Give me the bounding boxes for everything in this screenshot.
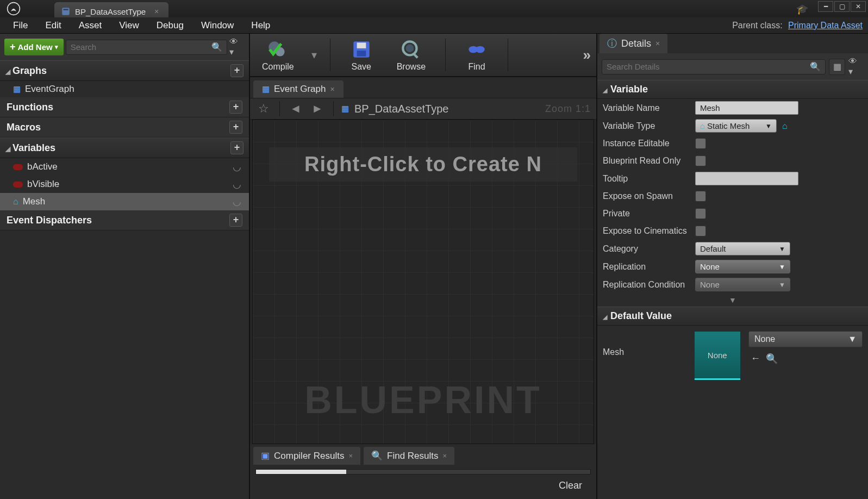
graph-canvas[interactable]: Right-Click to Create N BLUEPRINT (252, 120, 594, 444)
save-button[interactable]: Save (344, 36, 379, 74)
var-name-label: Variable Name (603, 103, 695, 113)
browse-icon (399, 38, 422, 61)
visibility-icon[interactable]: ◡ (233, 196, 241, 208)
bp-readonly-label: Blueprint Read Only (603, 156, 695, 166)
tutorial-icon[interactable]: 🎓 (796, 3, 808, 15)
details-search-input[interactable] (607, 62, 810, 71)
blueprint-search[interactable]: 🔍 (66, 40, 227, 55)
instance-editable-checkbox[interactable] (695, 138, 706, 149)
add-variable-button[interactable]: + (230, 141, 243, 154)
tooltip-input[interactable] (695, 172, 798, 185)
close-icon[interactable]: × (348, 452, 353, 460)
search-icon: 🔍 (211, 42, 222, 52)
event-graph-tab[interactable]: ▦ Event Graph × (253, 80, 344, 98)
view-options-icon[interactable]: 👁 ▾ (229, 37, 245, 57)
add-new-button[interactable]: Add New ▾ (4, 39, 64, 55)
close-icon[interactable]: × (330, 85, 334, 93)
close-icon[interactable]: × (154, 7, 159, 16)
replication-dropdown[interactable]: None▼ (695, 260, 790, 273)
bp-readonly-checkbox[interactable] (695, 155, 706, 166)
macros-header[interactable]: Macros + (0, 117, 249, 138)
visibility-icon[interactable]: ◡ (233, 161, 241, 173)
object-icon[interactable]: ⌂ (782, 121, 788, 131)
menu-file[interactable]: File (5, 18, 35, 33)
category-dropdown[interactable]: Default▼ (695, 242, 790, 255)
clear-button[interactable]: Clear (255, 475, 591, 494)
variable-category-header[interactable]: Variable (597, 80, 868, 99)
center-panel: Compile ▾ Save Browse Find » ▦ Ev (250, 34, 596, 499)
menu-help[interactable]: Help (243, 18, 278, 33)
category-label: Category (603, 244, 695, 254)
menu-window[interactable]: Window (193, 18, 241, 33)
expand-icon[interactable]: ▼ (597, 294, 868, 307)
private-label: Private (603, 209, 695, 219)
maximize-button[interactable]: ▢ (834, 1, 850, 12)
menu-edit[interactable]: Edit (38, 18, 68, 33)
find-icon (465, 38, 488, 61)
compile-dropdown-icon[interactable]: ▾ (311, 48, 317, 61)
visibility-icon[interactable]: ◡ (233, 178, 241, 190)
graphs-header[interactable]: ◢Graphs + (0, 60, 249, 81)
variable-bactive[interactable]: bActive ◡ (0, 158, 249, 176)
search-icon: 🔍 (810, 61, 821, 72)
parent-class-label: Parent class: Primary Data Asset (732, 21, 863, 30)
tooltip-label: Tooltip (603, 174, 695, 184)
svg-rect-13 (476, 47, 478, 52)
favorite-icon[interactable]: ☆ (255, 101, 272, 117)
var-type-dropdown[interactable]: ⌂Static Mesh▼ (695, 119, 777, 133)
toolbar-overflow-icon[interactable]: » (583, 47, 591, 64)
var-name-input[interactable] (695, 101, 798, 115)
menu-view[interactable]: View (111, 18, 147, 33)
browse-asset-icon[interactable]: 🔍 (766, 353, 778, 365)
use-selected-icon[interactable]: ← (751, 353, 760, 365)
canvas-hint: Right-Click to Create N (269, 147, 577, 182)
find-button[interactable]: Find (459, 36, 495, 74)
view-options-icon[interactable]: 👁 ▾ (848, 57, 864, 77)
variable-mesh[interactable]: ⌂ Mesh ◡ (0, 193, 249, 210)
nav-forward-icon[interactable]: ► (309, 101, 326, 117)
expose-spawn-checkbox[interactable] (695, 191, 706, 202)
add-dispatcher-button[interactable]: + (229, 214, 242, 227)
close-icon[interactable]: × (655, 39, 660, 48)
menubar: File Edit Asset View Debug Window Help P… (0, 17, 868, 34)
close-button[interactable]: ✕ (851, 1, 866, 12)
default-value-header[interactable]: Default Value (597, 307, 868, 326)
unreal-logo-icon (7, 2, 21, 16)
parent-class-link[interactable]: Primary Data Asset (788, 21, 863, 30)
repcond-dropdown[interactable]: None▼ (695, 278, 790, 291)
details-search[interactable]: 🔍 (602, 59, 826, 74)
add-macro-button[interactable]: + (229, 121, 242, 134)
mesh-thumbnail[interactable]: None (694, 331, 741, 380)
expose-cine-checkbox[interactable] (695, 226, 706, 236)
graph-icon: ▦ (341, 104, 349, 114)
minimize-button[interactable]: ━ (818, 1, 833, 12)
browse-button[interactable]: Browse (390, 36, 432, 74)
compiler-results-tab[interactable]: ▣ Compiler Results × (253, 447, 360, 465)
compile-button[interactable]: Compile (255, 36, 301, 74)
toolbar: Compile ▾ Save Browse Find » (250, 34, 596, 77)
property-matrix-icon[interactable]: ▦ (829, 59, 845, 75)
event-graph-item[interactable]: ▦ EventGraph (0, 81, 249, 97)
bool-pill-icon (13, 182, 23, 188)
blueprint-tab-icon (61, 7, 71, 16)
menu-debug[interactable]: Debug (149, 18, 191, 33)
find-results-tab[interactable]: 🔍 Find Results × (364, 447, 454, 465)
details-tab[interactable]: ⓘ Details × (600, 34, 667, 53)
dispatchers-header[interactable]: Event Dispatchers + (0, 210, 249, 230)
close-icon[interactable]: × (443, 452, 447, 460)
breadcrumb-title[interactable]: BP_DataAssetType (354, 103, 448, 115)
functions-header[interactable]: Functions + (0, 97, 249, 117)
object-icon: ⌂ (13, 197, 18, 207)
menu-asset[interactable]: Asset (71, 18, 110, 33)
add-function-button[interactable]: + (229, 101, 242, 114)
compiler-results-panel: Clear (250, 465, 596, 499)
variable-bvisible[interactable]: bVisible ◡ (0, 176, 249, 193)
nav-back-icon[interactable]: ◄ (288, 101, 304, 117)
titlebar: BP_DataAssetType × 🎓 ━ ▢ ✕ (0, 0, 868, 17)
add-graph-button[interactable]: + (230, 64, 243, 77)
private-checkbox[interactable] (695, 208, 706, 219)
variables-header[interactable]: ◢Variables + (0, 138, 249, 158)
search-input[interactable] (71, 42, 211, 52)
window-controls: ━ ▢ ✕ (818, 1, 866, 12)
mesh-asset-dropdown[interactable]: None▼ (748, 331, 863, 347)
